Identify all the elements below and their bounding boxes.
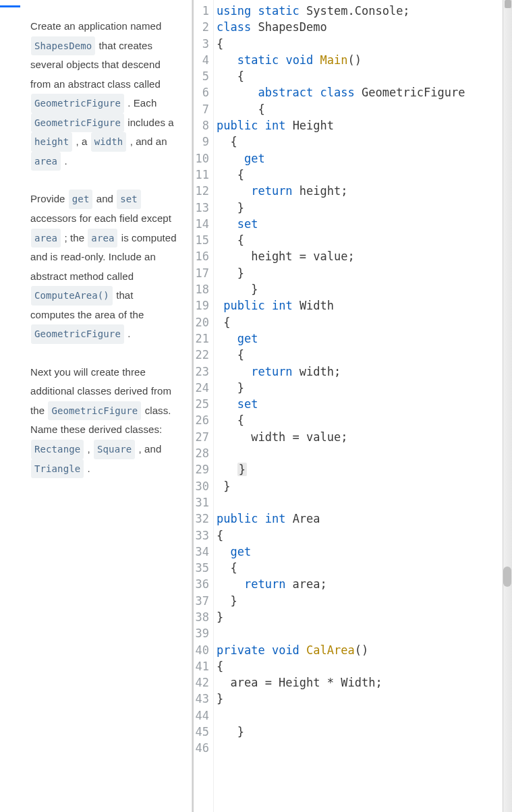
code-line[interactable]: } [217,461,512,477]
code-line[interactable]: { [217,314,512,330]
line-number: 45 [194,724,209,740]
code-line[interactable]: { [217,347,512,363]
vertical-scrollbar[interactable] [503,0,512,812]
line-number: 26 [194,412,209,428]
code-line[interactable]: } [217,200,512,216]
line-number-gutter: 1234567891011121314151617181920212223242… [194,0,214,812]
line-number: 13 [194,200,209,216]
code-line[interactable]: class ShapesDemo [217,19,512,35]
scrollbar-grip[interactable] [503,567,511,587]
line-number: 21 [194,330,209,347]
code-line[interactable]: { [217,167,512,183]
code-line[interactable]: { [217,134,512,150]
line-number: 40 [194,642,209,658]
code-chip-width: width [91,132,127,152]
text: , and [136,443,161,455]
code-line[interactable]: return width; [217,364,512,380]
code-line[interactable]: } [217,478,512,494]
line-number: 8 [194,117,209,134]
code-chip-geometricfigure: GeometricFigure [48,401,141,421]
code-line[interactable]: public int Width [217,297,512,314]
code-line[interactable]: width = value; [217,429,512,445]
code-chip-geometricfigure: GeometricFigure [31,324,124,344]
line-number: 23 [194,364,209,380]
code-line[interactable]: } [217,380,512,396]
code-chip-height: height [31,132,72,152]
instructions-text: Create an application named ShapesDemo t… [30,17,178,478]
code-line[interactable] [217,740,512,756]
text: . Each [125,97,157,109]
instruction-paragraph-2: Provide get and set accessors for each f… [30,190,178,343]
line-number: 32 [194,511,209,527]
text: . [84,463,90,474]
code-line[interactable]: set [217,216,512,232]
code-chip-rectange: Rectange [31,440,84,459]
code-line[interactable]: { [217,232,512,248]
instruction-paragraph-1: Create an application named ShapesDemo t… [30,17,178,171]
code-line[interactable]: abstract class GeometricFigure [217,84,512,100]
code-line[interactable]: area = Height * Width; [217,674,512,691]
code-line[interactable]: static void Main() [217,52,512,68]
code-line[interactable]: public int Area [217,511,512,527]
code-line[interactable]: return height; [217,183,512,199]
text: . [61,155,67,167]
code-line[interactable]: { [217,101,512,117]
text: Provide [30,193,68,204]
line-number: 12 [194,183,209,199]
instructions-pane: Create an application named ShapesDemo t… [0,0,192,812]
code-line[interactable]: } [217,281,512,297]
line-number: 41 [194,658,209,674]
line-number: 31 [194,494,209,511]
line-number: 4 [194,52,209,68]
line-number: 36 [194,576,209,592]
text: and [93,193,116,204]
code-line[interactable]: public int Height [217,117,512,134]
code-line[interactable] [217,445,512,461]
code-line[interactable]: set [217,396,512,412]
line-number: 34 [194,544,209,560]
line-number: 39 [194,625,209,641]
code-line[interactable]: } [217,724,512,740]
code-line[interactable]: { [217,412,512,428]
text: . [125,328,131,339]
text: , [84,443,93,455]
code-line[interactable]: private void CalArea() [217,642,512,658]
line-number: 30 [194,478,209,494]
code-line[interactable]: { [217,36,512,52]
text: , a [73,136,90,147]
code-line[interactable] [217,707,512,724]
line-number: 1 [194,3,209,19]
line-number: 14 [194,216,209,232]
code-line[interactable]: { [217,658,512,674]
code-line[interactable]: } [217,265,512,281]
code-line[interactable]: get [217,544,512,560]
line-number: 38 [194,609,209,625]
code-line[interactable]: height = value; [217,248,512,264]
code-line[interactable]: get [217,150,512,167]
code-line[interactable] [217,625,512,641]
code-line[interactable]: using static System.Console; [217,3,512,19]
code-line[interactable]: { [217,527,512,544]
code-area[interactable]: using static System.Console;class Shapes… [214,0,512,812]
code-line[interactable]: get [217,330,512,347]
code-editor-pane[interactable]: 1234567891011121314151617181920212223242… [192,0,512,812]
text: , and an [127,136,167,147]
line-number: 17 [194,265,209,281]
code-line[interactable]: return area; [217,576,512,592]
code-line[interactable] [217,494,512,511]
line-number: 43 [194,691,209,707]
code-chip-get: get [69,190,93,209]
code-line[interactable]: { [217,560,512,576]
line-number: 3 [194,36,209,52]
line-number: 27 [194,429,209,445]
code-line[interactable]: } [217,593,512,609]
line-number: 24 [194,380,209,396]
app-root: Create an application named ShapesDemo t… [0,0,512,812]
code-chip-square: Square [94,440,135,459]
code-line[interactable]: } [217,691,512,707]
instruction-paragraph-3: Next you will create three additional cl… [30,363,178,478]
code-chip-geometricfigure: GeometricFigure [31,94,124,113]
code-line[interactable]: { [217,68,512,84]
code-chip-set: set [117,190,141,209]
code-line[interactable]: } [217,609,512,625]
